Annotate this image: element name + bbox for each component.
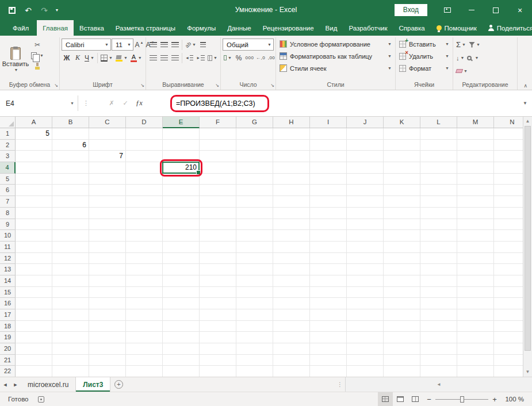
cell-N8[interactable] <box>494 208 523 219</box>
cell-J22[interactable] <box>347 366 384 377</box>
cell-J20[interactable] <box>347 343 384 355</box>
cell-M10[interactable] <box>457 230 494 242</box>
ribbon-tab-file[interactable]: Файл <box>5 20 37 36</box>
cell-K21[interactable] <box>384 355 420 366</box>
font-family-select[interactable]: Calibri▼ <box>62 39 111 51</box>
cell-H1[interactable] <box>273 128 310 140</box>
cell-D13[interactable] <box>126 264 163 275</box>
cell-K6[interactable] <box>384 185 420 196</box>
cell-F12[interactable] <box>200 253 236 265</box>
cell-J15[interactable] <box>347 287 384 298</box>
cell-C19[interactable] <box>89 332 126 343</box>
column-header-L[interactable]: L <box>420 117 457 128</box>
cell-B5[interactable] <box>52 174 89 185</box>
zoom-level[interactable]: 100 % <box>501 396 532 403</box>
cell-F10[interactable] <box>200 230 236 242</box>
cell-N6[interactable] <box>494 185 523 196</box>
sign-in-button[interactable]: Вход <box>395 4 427 16</box>
cell-A1[interactable]: 5 <box>16 128 52 140</box>
cell-K3[interactable] <box>384 151 420 162</box>
cell-M20[interactable] <box>457 343 494 355</box>
cell-B8[interactable] <box>52 208 89 219</box>
cell-C11[interactable] <box>89 242 126 253</box>
cell-I4[interactable] <box>310 162 347 174</box>
dialog-launcher-icon[interactable]: ↘ <box>270 83 274 88</box>
cell-K2[interactable] <box>384 140 420 151</box>
format-cells-button[interactable]: Формат ▼ <box>397 62 451 74</box>
cell-K10[interactable] <box>384 230 420 242</box>
cancel-entry-button[interactable]: ✗ <box>105 99 118 107</box>
cell-K7[interactable] <box>384 196 420 208</box>
zoom-out-button[interactable]: − <box>423 395 435 404</box>
cell-K22[interactable] <box>384 366 420 377</box>
cell-L9[interactable] <box>420 219 457 231</box>
row-header-14[interactable]: 14 <box>0 275 16 287</box>
cell-L7[interactable] <box>420 196 457 208</box>
cell-E11[interactable] <box>163 242 200 253</box>
cell-A4[interactable] <box>16 162 52 174</box>
row-header-11[interactable]: 11 <box>0 242 16 253</box>
cell-C4[interactable] <box>89 162 126 174</box>
cell-I10[interactable] <box>310 230 347 242</box>
row-header-22[interactable]: 22 <box>0 366 16 377</box>
cell-M2[interactable] <box>457 140 494 151</box>
cell-M5[interactable] <box>457 174 494 185</box>
cell-D20[interactable] <box>126 343 163 355</box>
column-header-E[interactable]: E <box>163 117 200 128</box>
cell-B20[interactable] <box>52 343 89 355</box>
zoom-in-button[interactable]: + <box>488 395 501 404</box>
align-center-button[interactable] <box>159 52 169 64</box>
cell-E3[interactable] <box>163 151 200 162</box>
cell-E19[interactable] <box>163 332 200 343</box>
cell-H16[interactable] <box>273 298 310 309</box>
cell-C2[interactable] <box>89 140 126 151</box>
cell-K16[interactable] <box>384 298 420 309</box>
cell-I15[interactable] <box>310 287 347 298</box>
cell-B21[interactable] <box>52 355 89 366</box>
cell-G1[interactable] <box>236 128 273 140</box>
ribbon-tab-assistant[interactable]: Помощник <box>431 20 483 36</box>
row-header-21[interactable]: 21 <box>0 355 16 366</box>
cell-K5[interactable] <box>384 174 420 185</box>
cell-L19[interactable] <box>420 332 457 343</box>
cell-K8[interactable] <box>384 208 420 219</box>
cell-I1[interactable] <box>310 128 347 140</box>
cell-D16[interactable] <box>126 298 163 309</box>
page-layout-view-button[interactable] <box>393 392 408 406</box>
cell-D18[interactable] <box>126 321 163 332</box>
cell-N4[interactable] <box>494 162 523 174</box>
cell-E9[interactable] <box>163 219 200 231</box>
cell-M3[interactable] <box>457 151 494 162</box>
cell-M1[interactable] <box>457 128 494 140</box>
autosum-button[interactable]: Σ▼ <box>455 39 467 51</box>
cell-L10[interactable] <box>420 230 457 242</box>
cell-A14[interactable] <box>16 275 52 287</box>
orientation-button[interactable]: ab▼ <box>184 39 197 51</box>
cell-I17[interactable] <box>310 309 347 321</box>
cell-I8[interactable] <box>310 208 347 219</box>
cell-D22[interactable] <box>126 366 163 377</box>
cell-A18[interactable] <box>16 321 52 332</box>
cell-E20[interactable] <box>163 343 200 355</box>
cell-N17[interactable] <box>494 309 523 321</box>
align-bottom-button[interactable] <box>170 39 180 51</box>
cell-A22[interactable] <box>16 366 52 377</box>
cell-M16[interactable] <box>457 298 494 309</box>
cell-J18[interactable] <box>347 321 384 332</box>
row-header-12[interactable]: 12 <box>0 253 16 265</box>
cell-C15[interactable] <box>89 287 126 298</box>
cell-J9[interactable] <box>347 219 384 231</box>
vertical-scroll-track[interactable] <box>523 126 532 367</box>
cell-C20[interactable] <box>89 343 126 355</box>
cell-G5[interactable] <box>236 174 273 185</box>
row-header-18[interactable]: 18 <box>0 321 16 332</box>
cell-A16[interactable] <box>16 298 52 309</box>
fill-color-button[interactable]: ▼ <box>114 52 129 64</box>
ribbon-tab-insert[interactable]: Вставка <box>74 20 110 36</box>
cell-D10[interactable] <box>126 230 163 242</box>
cell-C12[interactable] <box>89 253 126 265</box>
cell-A8[interactable] <box>16 208 52 219</box>
cell-D4[interactable] <box>126 162 163 174</box>
cell-C9[interactable] <box>89 219 126 231</box>
cell-I11[interactable] <box>310 242 347 253</box>
